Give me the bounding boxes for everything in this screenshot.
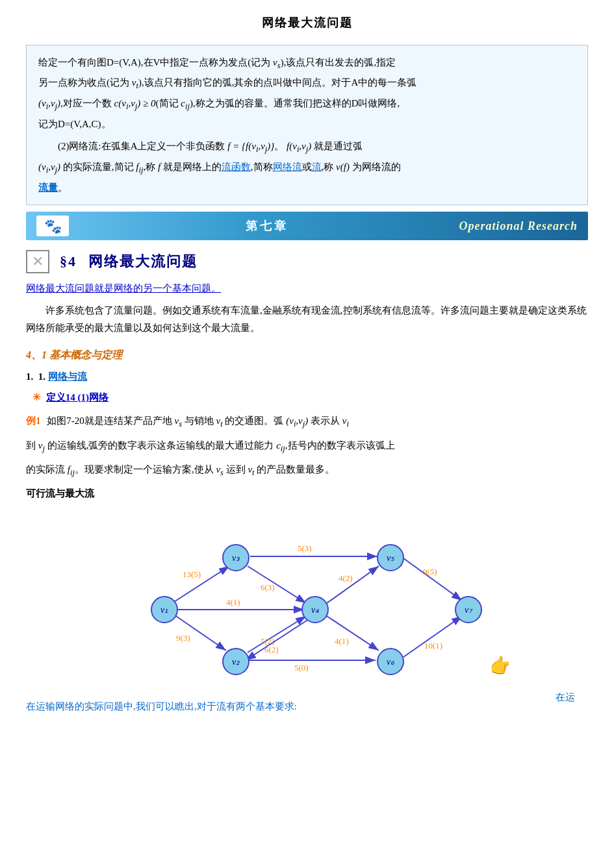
footer-text: 在运输网络的实际问题中,我们可以瞧出,对于流有两个基本要求: xyxy=(26,698,588,715)
section-header: ✕ §4 网络最大流问题 xyxy=(26,249,588,273)
svg-text:4(1): 4(1) xyxy=(226,597,240,607)
def-line3: (vi,vj),对应一个数 c(vi,vj) ≥ 0(简记 cij),称之为弧的… xyxy=(38,94,576,115)
network-diagram-svg: 13(5) 9(3) 5(3) 6(3) 5(2) 4(2) 4(1) 6(2) xyxy=(106,504,509,693)
svg-line-12 xyxy=(327,566,379,603)
vt-symbol: vt xyxy=(132,77,138,88)
svg-line-18 xyxy=(403,558,462,601)
section-title-text: 网络最大流问题 xyxy=(88,253,198,269)
svg-text:v₂: v₂ xyxy=(231,657,239,667)
chapter-number: 第七章 xyxy=(75,216,459,236)
svg-text:5(3): 5(3) xyxy=(298,543,312,553)
definition-label: ✳ 定义14 (1)网络 xyxy=(32,390,588,406)
example-text-2: 到 vj 的运输线,弧旁的数字表示这条运输线的最大通过能力 cij,括号内的数字… xyxy=(26,437,588,456)
section-icon: ✕ xyxy=(26,250,49,273)
example-text-3: 的实际流 fij。现要求制定一个运输方案,使从 vs 运到 vt 的产品数量最多… xyxy=(26,461,588,480)
section-number: §4 xyxy=(60,253,77,269)
svg-text:v₃: v₃ xyxy=(231,553,240,563)
svg-text:v₆: v₆ xyxy=(386,657,394,667)
main-title: 网络最大流问题 xyxy=(26,13,588,33)
svg-text:13(5): 13(5) xyxy=(183,569,201,579)
in-transport-label: 在运 xyxy=(556,689,575,706)
network-flow-link[interactable]: 网络流 xyxy=(273,162,302,172)
def-line6: (vi,vj) 的实际流量,简记 fij,称 f 就是网络上的流函数,简称网络流… xyxy=(38,158,576,179)
body-paragraph-1: 许多系统包含了流量问题。例如交通系统有车流量,金融系统有现金流,控制系统有信息流… xyxy=(26,302,588,337)
svg-text:v₄: v₄ xyxy=(311,605,318,615)
def-line4: 记为D=(V,A,C)。 xyxy=(38,115,576,134)
op-research-title: Operational Research xyxy=(459,216,578,236)
page-container: 网络最大流问题 给定一个有向图D=(V,A),在V中指定一点称为发点(记为 vs… xyxy=(0,0,614,728)
svg-text:4(2): 4(2) xyxy=(339,573,353,583)
svg-text:v₁: v₁ xyxy=(160,605,168,615)
vs-symbol: vs xyxy=(273,57,281,68)
svg-line-8 xyxy=(248,566,306,603)
flow-function-link[interactable]: 流函数 xyxy=(222,162,251,172)
feasible-flow-label: 可行流与最大流 xyxy=(26,486,588,502)
flow-quantity-link[interactable]: 流量 xyxy=(38,182,58,193)
subsection-title: 4、1 基本概念与定理 xyxy=(26,346,588,364)
example-text-1: 例1 如图7-20就是连结某产品产地 vs 与销地 vt 的交通图。弧 (vi,… xyxy=(26,412,588,432)
star-icon: ✳ xyxy=(32,392,41,403)
def-line5: (2)网络流:在弧集A上定义一个非负函数 f = {f(vi,vj)}。 f(v… xyxy=(38,137,576,158)
chapter-logo: 🐾 xyxy=(36,216,69,236)
example-num: 例1 xyxy=(26,415,41,426)
definition-link[interactable]: 定义14 (1)网络 xyxy=(46,392,109,403)
def-line7: 流量。 xyxy=(38,179,576,197)
svg-line-22 xyxy=(403,616,462,657)
hand-icon: 👉 xyxy=(489,654,509,678)
section-title: §4 网络最大流问题 xyxy=(60,249,198,273)
network-diagram-container: 13(5) 9(3) 5(3) 6(3) 5(2) 4(2) 4(1) 6(2) xyxy=(26,504,588,693)
flow-link[interactable]: 流 xyxy=(312,162,322,172)
def-line2: 另一点称为收点(记为 vt),该点只有指向它的弧,其余的点叫做中间点。对于A中的… xyxy=(38,73,576,94)
def-line1: 给定一个有向图D=(V,A),在V中指定一点称为发点(记为 vs),该点只有出发… xyxy=(38,53,576,74)
example-container: 例1 如图7-20就是连结某产品产地 vs 与销地 vt 的交通图。弧 (vi,… xyxy=(26,412,588,480)
svg-text:6(3): 6(3) xyxy=(261,582,275,592)
network-flow-sub-link[interactable]: 网络与流 xyxy=(48,371,87,382)
chapter-bar: 🐾 第七章 Operational Research xyxy=(26,212,588,240)
definition-box: 给定一个有向图D=(V,A),在V中指定一点称为发点(记为 vs),该点只有出发… xyxy=(26,45,588,206)
svg-text:4(1): 4(1) xyxy=(335,636,349,646)
svg-text:9(3): 9(3) xyxy=(176,633,190,643)
svg-text:v₇: v₇ xyxy=(464,605,472,615)
sub-sub-title: 1. 1. 网络与流 xyxy=(26,369,588,386)
intro-link[interactable]: 网络最大流问题就是网络的另一个基本问题。 xyxy=(26,280,588,297)
svg-text:10(1): 10(1) xyxy=(424,641,442,651)
svg-text:v₅: v₅ xyxy=(386,553,394,563)
svg-text:5(0): 5(0) xyxy=(294,663,309,673)
svg-text:6(2): 6(2) xyxy=(264,645,279,654)
svg-text:9(5): 9(5) xyxy=(423,567,437,577)
